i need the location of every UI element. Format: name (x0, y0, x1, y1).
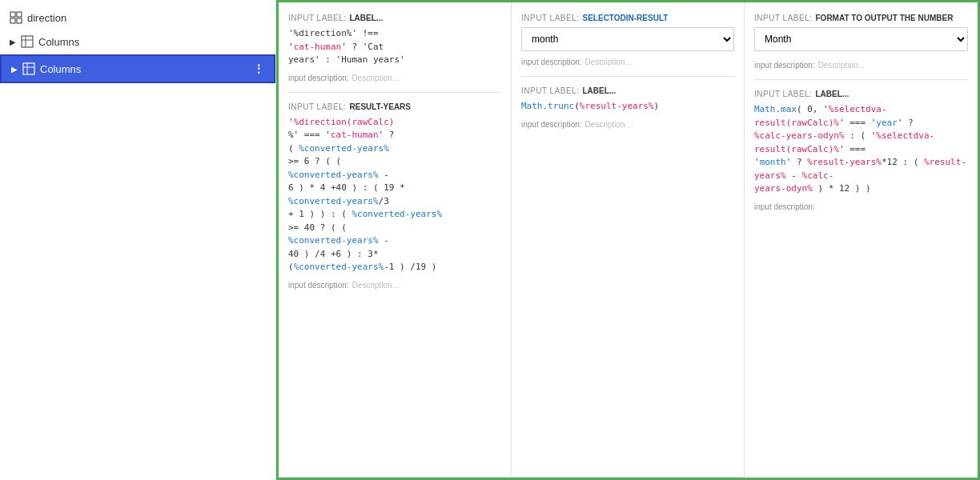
main-content: INPUT LABEL: LABEL... '%direction%' !=='… (276, 0, 980, 480)
app-container: direction ▶ Columns ▶ (0, 0, 980, 480)
input-label-row-1: INPUT LABEL: LABEL... (288, 14, 501, 22)
input-label-value-2: SELECTODIN-RESULT (583, 14, 669, 22)
format-dropdown[interactable]: Month Year Day Week (754, 27, 968, 51)
chevron-right-icon: ▶ (10, 38, 16, 46)
section-label: INPUT LABEL: LABEL... '%direction%' !=='… (288, 14, 501, 82)
input-desc-value-2: Description... (585, 58, 632, 66)
input-desc-row-format: input description: Description... (754, 61, 968, 70)
input-desc-label-1b: input description: (288, 281, 349, 290)
section-result-years: INPUT LABEL: RESULT-YEARS '%direction(ra… (288, 92, 501, 290)
code-expression-1b: '%direction(rawCalc)%' === 'cat-human' ?… (288, 116, 501, 274)
grid-icon (10, 11, 22, 24)
input-label-text-format: INPUT LABEL: (754, 14, 813, 22)
section-format: INPUT LABEL: FORMAT TO OUTPUT THE NUMBER… (754, 14, 968, 70)
input-desc-label-2: input description: (521, 58, 582, 66)
svg-rect-4 (22, 36, 33, 47)
input-desc-value: Description... (352, 74, 399, 82)
svg-rect-1 (17, 12, 22, 17)
input-label-text-1b: INPUT LABEL: (288, 102, 347, 111)
panel-right: INPUT LABEL: FORMAT TO OUTPUT THE NUMBER… (745, 2, 978, 478)
sidebar-item-direction[interactable]: direction (0, 6, 275, 29)
svg-rect-7 (23, 63, 34, 74)
input-desc-label: input description: (288, 74, 349, 82)
section-math-trunc: INPUT LABEL: LABEL... Math.trunc(%result… (521, 76, 734, 129)
input-label-value-1b: RESULT-YEARS (350, 102, 412, 111)
input-desc-label-format: input description: (754, 61, 815, 70)
input-desc-row-1b: input description: Description... (288, 281, 501, 290)
input-desc-row-math: input description: (754, 202, 968, 211)
svg-rect-0 (10, 12, 15, 17)
input-label-row-format: INPUT LABEL: FORMAT TO OUTPUT THE NUMBER (754, 14, 968, 22)
sidebar-item-columns-parent[interactable]: ▶ Columns (0, 29, 275, 54)
code-expression-2b: Math.trunc(%result-years%) (521, 100, 734, 114)
input-label-text-label2: INPUT LABEL: (754, 90, 813, 98)
sidebar-item-label: Columns (38, 36, 79, 48)
panel-left: INPUT LABEL: LABEL... '%direction%' !=='… (279, 2, 512, 478)
input-label-value: LABEL... (350, 14, 384, 22)
chevron-right-icon: ▶ (11, 65, 18, 74)
panel-middle: INPUT LABEL: SELECTODIN-RESULT month yea… (512, 2, 745, 478)
input-label-text: INPUT LABEL: (288, 14, 347, 22)
month-dropdown[interactable]: month year day week (521, 27, 734, 51)
table-icon (22, 62, 35, 75)
table-icon (21, 35, 34, 48)
section-selectodin: INPUT LABEL: SELECTODIN-RESULT month yea… (521, 14, 734, 66)
input-label-value-format: FORMAT TO OUTPUT THE NUMBER (816, 14, 954, 22)
input-label-value-2b: LABEL... (583, 86, 617, 95)
input-label-text-2: INPUT LABEL: (521, 14, 580, 22)
input-label-row-2b: INPUT LABEL: LABEL... (521, 86, 734, 95)
input-desc-value-2b: Description... (585, 120, 632, 129)
input-desc-value-format: Description... (818, 61, 865, 70)
input-label-row-2: INPUT LABEL: SELECTODIN-RESULT (521, 14, 734, 22)
input-desc-label-math: input description: (754, 202, 815, 211)
input-label-row-label2: INPUT LABEL: LABEL... (754, 90, 968, 98)
sidebar: direction ▶ Columns ▶ (0, 0, 276, 480)
code-expression-1: '%direction%' !=='cat-human' ? 'Catyears… (288, 27, 501, 67)
code-text: '%direction%' !=='cat-human' ? 'Catyears… (288, 28, 405, 65)
sidebar-item-label: Columns (40, 63, 81, 75)
input-desc-label-2b: input description: (521, 120, 582, 129)
math-code-block: Math.max( 0, '%selectdva-result(rawCalc)… (754, 103, 968, 196)
input-desc-value-1b: Description... (352, 281, 399, 290)
input-desc-row-2b: input description: Description... (521, 120, 734, 129)
svg-rect-3 (17, 18, 22, 23)
panels-grid: INPUT LABEL: LABEL... '%direction%' !=='… (279, 2, 978, 478)
more-options-icon[interactable]: ⋮ (253, 62, 264, 75)
input-label-row-1b: INPUT LABEL: RESULT-YEARS (288, 102, 501, 111)
sidebar-item-columns-child[interactable]: ▶ Columns ⋮ (0, 54, 275, 83)
input-desc-row-1: input description: Description... (288, 74, 501, 82)
input-label-text-2b: INPUT LABEL: (521, 86, 580, 95)
input-label-value-label2: LABEL... (816, 90, 849, 98)
sidebar-item-label: direction (27, 12, 66, 24)
dropdown-container-month: month year day week (521, 27, 734, 51)
section-label-right: INPUT LABEL: LABEL... Math.max( 0, '%sel… (754, 79, 968, 211)
svg-rect-2 (10, 18, 15, 23)
input-desc-row-2: input description: Description... (521, 58, 734, 66)
